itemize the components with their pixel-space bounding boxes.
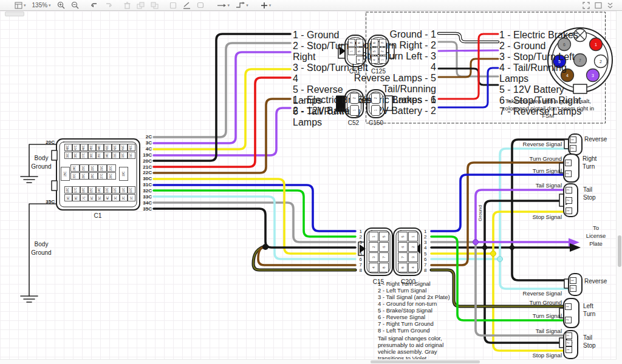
c15-pins: 1234 [369,232,378,272]
insert-dropdown[interactable]: ▾ [261,2,272,9]
horizontal-scrollbar[interactable] [0,359,617,364]
c1-pin-cell: 26C [107,172,116,180]
wire[interactable] [154,197,355,259]
fullscreen-button[interactable] [583,2,590,9]
pin-cell: 2 [565,317,572,323]
wire[interactable] [154,52,290,143]
to-back-button[interactable] [151,2,159,9]
c1-pin-cell: 31C [128,152,135,159]
zoom-in-button[interactable] [57,1,65,9]
wire[interactable] [154,43,290,137]
reverse-top-pins: 12 [570,136,576,152]
left-turn-pins: 12 [565,303,572,323]
body-ground-label: Ground [27,163,56,170]
pin-number: 1 [356,229,362,234]
horizontal-scrollbar-thumb[interactable] [371,360,480,363]
connector-label-right-turn: Turn [583,163,595,170]
note-line: Take this area with a grain of salt, [492,97,604,104]
pin-number: 4 [424,245,430,251]
toolbar: ▾ 135% ▾ ▾ ▾ ▾ [0,0,622,11]
c1-pin-cell: 3C [112,194,120,201]
line-color-button[interactable] [183,2,191,9]
connector-label-c52: C52 [344,120,363,126]
c150-pins: 21 [371,93,380,116]
waypoint-style-dropdown[interactable]: ▾ [236,2,248,8]
wire[interactable] [439,68,498,107]
pin-number: 7 [424,262,430,268]
vertical-scrollbar-thumb[interactable] [618,235,621,267]
connector-label-tail-stop: Tail [583,186,592,193]
pin-cell: 1 [565,303,572,310]
pin-label: 4C [137,146,152,152]
wire[interactable] [485,201,564,248]
connector-label-left-turn: Left [583,303,593,309]
wire-label: Reverse Lamps - 5 [351,73,436,84]
junction-dot [491,251,496,257]
wire[interactable] [258,246,355,265]
c1-pin-grid: 48C47C46C45C44C43C42C41C40C [64,144,135,151]
fill-color-button[interactable] [169,2,177,9]
redo-button[interactable] [104,2,113,9]
wire-label: 4 - Tail/Running Lamps [499,62,590,84]
c1-pin-cell: 43C [104,144,112,151]
delete-button[interactable] [124,2,131,9]
pin-cell: 8 [379,263,389,272]
pin-cell: 2 [371,93,380,104]
connection-arrow-dropdown[interactable]: ▾ [217,2,230,8]
format-panel-toggle[interactable] [595,2,602,9]
c1-pin-cell: 29C [80,172,89,180]
note-line: vehicle assembly. Gray [378,348,493,355]
wire[interactable] [439,34,498,99]
pin-cell: 2 [350,93,359,104]
pin-number: 4 [356,245,362,251]
wire[interactable] [512,248,569,280]
pin-cell: 2 [566,197,572,204]
zoom-level-dropdown[interactable]: 135% ▾ [32,2,51,8]
wire[interactable] [500,259,569,289]
shadow-button[interactable] [197,2,205,9]
chevron-down-icon: ▾ [24,3,26,7]
c1-pin-cell: 28C [89,172,98,180]
c1-right-pin-list: 2C3C4C19C20C21C22C30C31C32C33C34C35C [137,134,152,212]
page-tab[interactable] [5,12,24,16]
c1-pin-cell: 35C [96,152,104,159]
inset-left-list: Ground - 1Stop/Turn Right - 2Stop/Turn L… [351,29,436,82]
vertical-scrollbar[interactable] [616,11,622,364]
c1-pin-cell: 4C [104,194,112,201]
junction-dot [473,240,479,245]
undo-button[interactable] [90,2,98,9]
wire[interactable] [154,78,290,167]
junction-diamond [481,244,488,251]
c1-pin-cell: 18C [64,186,72,194]
c1-pin-cell: 36C [88,152,96,159]
pin-number: 8 [424,268,430,273]
c1-pin-grid: 24C23C22C21C20C [70,164,116,172]
pin-cell: 1 [408,232,418,241]
zoom-out-button[interactable] [71,1,79,9]
chevron-down-icon: ▾ [49,3,51,7]
wire-label: 1 - Electric Brakes [499,30,590,41]
pin-cell: 1 [570,136,576,143]
collapse-toolbar-button[interactable] [607,2,613,9]
pin-cell: 6 [356,39,363,47]
c1-pin-cell: 25C [61,167,70,181]
c1-pin-cell: 1C [128,194,135,201]
to-front-button[interactable] [137,2,145,9]
pin-cell: 2 [566,340,572,346]
wire-label: 4 [351,62,436,73]
junction-dot [497,257,503,262]
pin-cell: 5 [379,232,389,241]
pin-label: 30C [137,176,152,182]
diagram-menu-button[interactable]: ▾ [15,2,26,9]
pin-cell: 1 [369,232,378,241]
pin-label: 32C [137,188,152,194]
c1-pin-cell: 16C [80,186,88,194]
signal-label: Stop Signal [504,214,562,220]
pin-cell: 2 [570,145,576,152]
note-line: presumably to aid original [378,342,493,348]
wire[interactable] [439,50,498,51]
pin-label: 2C [137,134,152,140]
wire-label: Ground - 1 [351,29,436,40]
c1-pin-cell: 2C [120,194,128,201]
pin-cell: 5 [356,47,363,55]
